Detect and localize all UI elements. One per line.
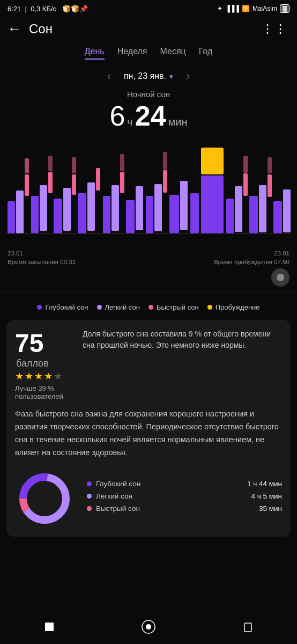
star-4: ★ xyxy=(44,370,53,382)
breakdown-value-deep: 1 ч 44 мин xyxy=(247,480,282,488)
tab-day[interactable]: День xyxy=(85,47,105,60)
svg-rect-15 xyxy=(103,196,110,233)
svg-rect-25 xyxy=(169,195,179,233)
legend-label-deep: Глубокий сон xyxy=(45,303,88,311)
score-number-container: 75 баллов xyxy=(15,328,74,369)
svg-rect-49 xyxy=(244,623,251,632)
sleep-hours: 6 xyxy=(109,100,125,132)
donut-section: Глубокий сон 1 ч 44 мин Легкий сон 4 ч 5… xyxy=(15,469,282,528)
svg-rect-39 xyxy=(283,189,291,232)
date-text: пн, 23 янв. xyxy=(124,71,166,81)
home-circle-icon xyxy=(142,620,155,634)
svg-rect-46 xyxy=(45,623,54,631)
score-unit: баллов xyxy=(16,358,49,369)
score-number: 75 xyxy=(15,329,43,357)
svg-rect-34 xyxy=(249,196,258,233)
svg-rect-37 xyxy=(268,157,272,173)
nav-recent-button[interactable] xyxy=(240,619,255,634)
svg-rect-29 xyxy=(201,175,224,233)
svg-rect-3 xyxy=(25,158,29,173)
svg-rect-32 xyxy=(243,173,248,196)
nav-bar xyxy=(0,612,297,644)
tab-week[interactable]: Неделя xyxy=(117,47,147,60)
svg-rect-14 xyxy=(96,168,100,191)
svg-rect-31 xyxy=(235,186,242,232)
svg-rect-18 xyxy=(120,154,124,171)
svg-rect-1 xyxy=(16,191,24,233)
sleep-duration: 6 ч 24 мин xyxy=(0,100,297,132)
breakdown-label-deep: Глубокий сон xyxy=(96,480,243,488)
svg-rect-13 xyxy=(87,182,95,231)
svg-rect-38 xyxy=(273,201,282,233)
signal-icon: ▐▐▐ xyxy=(225,5,239,12)
svg-rect-21 xyxy=(146,196,153,233)
breakdown-label-rem: Быстрый сон xyxy=(96,504,255,513)
scroll-dot xyxy=(271,268,289,287)
divider xyxy=(0,292,297,292)
sleep-m-label: мин xyxy=(168,116,188,128)
next-date-button[interactable]: › xyxy=(186,69,190,83)
legend-deep: Глубокий сон xyxy=(37,303,88,311)
status-right: ✦ ▐▐▐ 🛜 MaiAsim ▓ xyxy=(217,4,289,13)
legend-label-light: Легкий сон xyxy=(105,303,140,311)
legend: Глубокий сон Легкий сон Быстрый сон Проб… xyxy=(0,296,297,316)
svg-rect-17 xyxy=(120,172,124,193)
sleep-breakdown: Глубокий сон 1 ч 44 мин Легкий сон 4 ч 5… xyxy=(87,480,282,517)
donut-chart xyxy=(15,469,74,528)
nav-back-button[interactable] xyxy=(42,619,57,634)
breakdown-value-light: 4 ч 5 мин xyxy=(251,492,282,500)
svg-rect-36 xyxy=(268,174,272,197)
end-time: Время пробуждения 07:50 xyxy=(214,259,289,265)
star-1: ★ xyxy=(15,370,24,382)
breakdown-dot-light xyxy=(87,494,92,499)
page-title: Сон xyxy=(29,21,53,36)
sleep-mins: 24 xyxy=(135,100,166,132)
date-display[interactable]: пн, 23 янв. ▾ xyxy=(124,71,173,81)
legend-wake: Пробуждение xyxy=(207,303,260,311)
svg-rect-26 xyxy=(180,181,188,230)
timestamp-start: 23.01 Время засыпания 00:31 xyxy=(8,249,76,266)
header: ← Сон ⋮⋮ xyxy=(0,15,297,42)
score-description: Фаза быстрого сна важна для сохранения х… xyxy=(15,408,282,459)
legend-dot-light xyxy=(97,305,102,310)
legend-light: Легкий сон xyxy=(97,303,140,311)
breakdown-light: Легкий сон 4 ч 5 мин xyxy=(87,492,282,500)
svg-rect-7 xyxy=(48,156,53,171)
start-date: 23.01 xyxy=(8,250,23,257)
breakdown-label-light: Легкий сон xyxy=(96,492,247,500)
back-button[interactable]: ← xyxy=(8,20,21,37)
svg-rect-30 xyxy=(226,199,234,233)
svg-rect-35 xyxy=(259,185,266,232)
scroll-icon xyxy=(276,273,285,282)
star-2: ★ xyxy=(25,370,33,382)
scroll-indicator xyxy=(0,266,297,289)
tab-year[interactable]: Год xyxy=(199,47,212,60)
nav-home-button[interactable] xyxy=(141,619,156,634)
date-dropdown-icon: ▾ xyxy=(169,72,173,80)
tab-month[interactable]: Месяц xyxy=(160,47,186,60)
breakdown-dot-deep xyxy=(87,481,92,486)
svg-rect-8 xyxy=(54,199,62,233)
stars: ★ ★ ★ ★ ★ xyxy=(15,370,74,382)
score-right-text: Доля быстрого сна составила 9 % от общег… xyxy=(83,328,282,351)
svg-rect-19 xyxy=(126,200,135,233)
svg-rect-10 xyxy=(72,174,76,195)
svg-rect-23 xyxy=(163,170,167,193)
legend-dot-rem xyxy=(148,305,153,310)
menu-button[interactable]: ⋮⋮ xyxy=(262,22,287,36)
battery-icon: ▓ xyxy=(280,4,289,13)
breakdown-value-rem: 35 мин xyxy=(259,504,282,513)
timestamp-end: 23.01 Время пробуждения 07:50 xyxy=(214,249,289,266)
breakdown-dot-rem xyxy=(87,506,92,511)
svg-rect-4 xyxy=(31,196,39,233)
svg-rect-33 xyxy=(243,156,248,173)
status-data: 0,3 КБ/с xyxy=(31,5,56,13)
svg-rect-5 xyxy=(40,185,47,231)
sleep-label: Ночной сон xyxy=(0,90,297,99)
sleep-summary: Ночной сон 6 ч 24 мин xyxy=(0,85,297,134)
prev-date-button[interactable]: ‹ xyxy=(107,69,111,83)
svg-rect-0 xyxy=(8,201,15,233)
svg-point-48 xyxy=(146,624,151,630)
svg-rect-24 xyxy=(163,152,167,170)
sleep-chart xyxy=(5,140,292,247)
